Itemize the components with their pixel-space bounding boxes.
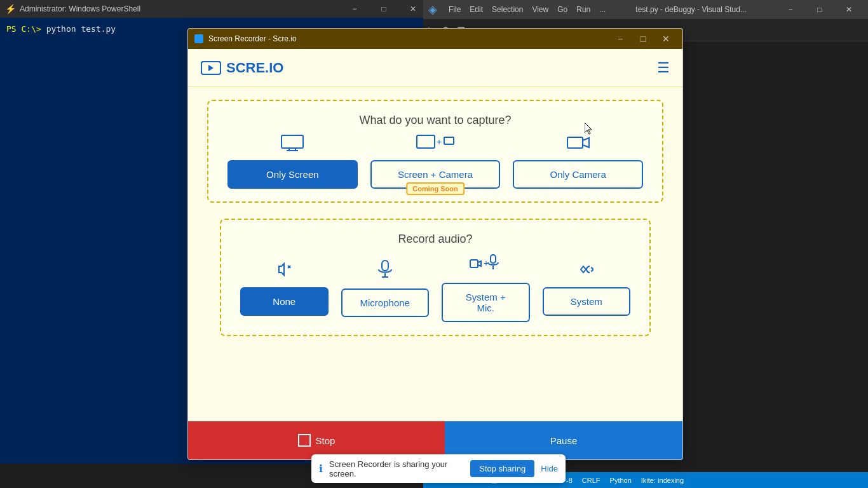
only-camera-card: Only Camera [513,135,643,189]
ps-command: python test.py [46,24,116,34]
hamburger-icon[interactable]: ☰ [657,60,670,76]
vscode-title: test.py - deBuggy - Visual Stud... [635,5,747,14]
svg-rect-10 [382,261,388,271]
svg-rect-13 [470,260,478,268]
none-card: None [240,261,329,316]
app-header: SCRE.IO ☰ [188,49,682,87]
pause-section: Pause [445,421,682,459]
sharing-info-icon: ℹ [319,463,323,475]
screen-camera-icon: + [416,135,454,155]
menu-file[interactable]: File [449,5,461,14]
logo-text: SCRE.IO [226,60,283,76]
stop-sharing-button[interactable]: Stop sharing [470,460,534,477]
menu-selection[interactable]: Selection [492,5,523,14]
logo-icon [201,61,221,75]
only-camera-button[interactable]: Only Camera [513,160,643,189]
app-window: Screen Recorder - Scre.io − □ ✕ SCRE.IO … [187,28,683,460]
system-button[interactable]: System [543,287,631,316]
screen-camera-card: + Screen + Camera Coming Soon [370,135,501,189]
menu-more[interactable]: ... [599,5,606,14]
app-maximize-button[interactable]: □ [633,32,653,46]
stop-icon [298,434,311,447]
none-button[interactable]: None [240,287,329,316]
only-camera-icon [567,135,590,155]
system-mic-icon: + [470,254,501,278]
stop-section: Stop [188,421,445,459]
system-mic-card: + System + Mic. [442,254,530,322]
vscode-icon: ◈ [428,3,437,17]
microphone-button[interactable]: Microphone [341,288,430,317]
ps-maximize-button[interactable]: □ [370,0,398,18]
coming-soon-badge: Coming Soon [406,182,465,195]
system-card: System [543,261,631,316]
audio-section: Record audio? None [220,219,651,336]
ps-titlebar: ⚡ Administrator: Windows PowerShell − □ … [0,0,432,18]
app-bottom: Stop Pause [188,421,682,459]
status-index: Ikite: indexing [641,477,684,484]
ps-prompt: PS C:\> [6,24,46,34]
vscode-maximize-button[interactable]: □ [806,0,834,19]
audio-title: Record audio? [398,233,472,246]
only-screen-card: Only Screen [227,135,358,189]
ps-icon: ⚡ [5,4,16,14]
app-content: SCRE.IO ☰ What do you want to capture? [188,49,682,459]
capture-options: Only Screen + Sc [227,135,643,189]
capture-title: What do you want to capture? [359,114,511,127]
app-close-button[interactable]: ✕ [656,32,676,46]
app-logo: SCRE.IO [201,60,283,76]
vscode-minimize-button[interactable]: − [776,0,804,19]
ps-minimize-button[interactable]: − [341,0,369,18]
app-minimize-button[interactable]: − [610,32,630,46]
stop-label[interactable]: Stop [316,435,336,446]
svg-rect-7 [567,137,583,148]
svg-rect-15 [491,255,496,263]
status-eol: CRLF [582,477,600,484]
none-icon [275,261,293,282]
ps-title: Administrator: Windows PowerShell [20,4,140,13]
capture-section: What do you want to capture? Onl [188,87,682,421]
app-titlebar: Screen Recorder - Scre.io − □ ✕ [188,29,682,49]
screen-camera-button[interactable]: Screen + Camera Coming Soon [370,160,501,189]
pause-label[interactable]: Pause [550,435,578,446]
system-mic-button[interactable]: System + Mic. [442,283,530,322]
menu-run[interactable]: Run [576,5,590,14]
menu-edit[interactable]: Edit [470,5,483,14]
audio-options: None Microphone [240,254,630,322]
vscode-titlebar: ◈ File Edit Selection View Go Run ... te… [423,0,868,19]
only-screen-button[interactable]: Only Screen [227,160,358,189]
app-titlebar-icon [194,34,203,43]
sharing-text: Screen Recorder is sharing your screen. [329,459,464,478]
menu-view[interactable]: View [532,5,548,14]
vscode-close-button[interactable]: ✕ [835,0,863,19]
only-screen-icon [281,135,304,155]
svg-text:+: + [437,137,442,147]
menu-go[interactable]: Go [557,5,567,14]
status-language: Python [610,477,632,484]
microphone-icon [376,259,394,283]
sharing-bar: ℹ Screen Recorder is sharing your screen… [311,454,566,483]
capture-panel: What do you want to capture? Onl [207,100,663,203]
system-icon [577,261,596,282]
svg-rect-4 [417,135,435,148]
app-title: Screen Recorder - Scre.io [208,34,297,43]
svg-rect-0 [281,135,303,148]
svg-rect-6 [444,137,454,144]
hide-button[interactable]: Hide [541,464,558,473]
microphone-card: Microphone [341,259,430,317]
